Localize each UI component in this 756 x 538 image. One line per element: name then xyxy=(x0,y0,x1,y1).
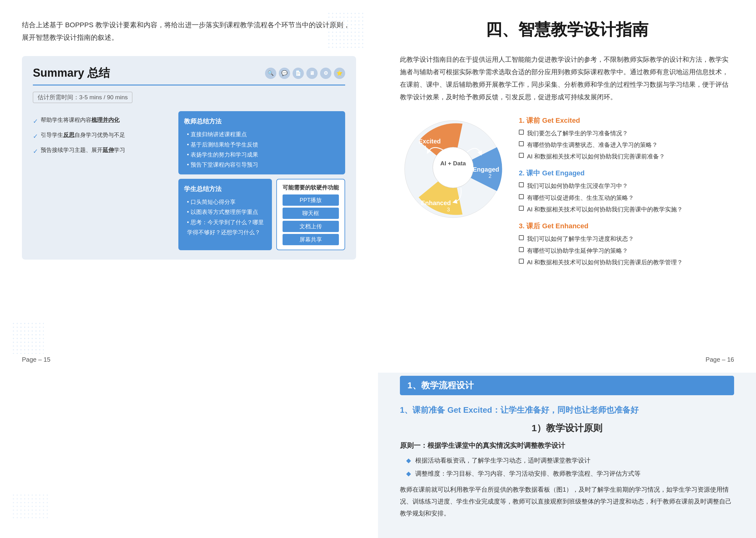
check-text-2: 引导学生反思自身学习优势与不足 xyxy=(41,129,125,140)
checkmark-1: ✓ xyxy=(33,115,38,128)
summary-icons: 🔍 💬 📄 🖥 ⚙ ⭐ xyxy=(265,68,345,79)
legend-item-1-3: AI 和数据相关技术可以如何协助我们完善课前准备？ xyxy=(519,152,734,162)
section-header: 1、教学流程设计 xyxy=(400,376,734,395)
student-item-3: 思考：今天学到了什么？哪里学得不够好？还想学习什么？ xyxy=(187,217,266,238)
icon-doc: 📄 xyxy=(293,68,304,79)
checkbox-1-3 xyxy=(519,153,524,158)
legend-text-2-3: AI 和数据相关技术可以如何协助我们完善课中的教学实施？ xyxy=(527,204,683,215)
checkbox-3-2 xyxy=(519,247,524,252)
legend-item-1-1: 我们要怎么了解学生的学习准备情况？ xyxy=(519,129,734,138)
teacher-item-4: 预告下堂课程内容引导预习 xyxy=(187,160,340,170)
legend-item-3-1: 我们可以如何了解学生学习进度和状态？ xyxy=(519,234,734,244)
svg-rect-3 xyxy=(13,323,44,354)
diagram-svg: Excited 1 Engaged 2 Enhanced 3 AI + Data xyxy=(400,116,506,222)
subsection-label: 1、课前准备 Get Excited：让学生准备好，同时也让老师也准备好 xyxy=(400,405,638,415)
right-intro-text: 此教学设计指南目的在于提供运用人工智能能力促进教学设计的参考，不限制教师实际教学… xyxy=(400,53,734,103)
svg-text:1: 1 xyxy=(424,145,427,151)
software-chat: 聊天框 xyxy=(283,208,339,219)
svg-text:Enhanced: Enhanced xyxy=(421,199,451,206)
legend-item-2-1: 我们可以如何协助学生沉浸在学习中？ xyxy=(519,181,734,191)
checkbox-1-2 xyxy=(519,141,524,146)
legend-text-1-3: AI 和数据相关技术可以如何协助我们完善课前准备？ xyxy=(527,152,665,162)
icon-search: 🔍 xyxy=(265,68,276,79)
teacher-method-box: 教师总结方法 直接归纳讲述课程重点 基于后测结果给予学生反馈 表扬学生的努力和学… xyxy=(178,111,345,175)
legend-section-3: 3. 课后 Get Enhanced 我们可以如何了解学生学习进度和状态？ 有哪… xyxy=(519,221,734,267)
legend-text-2-2: 有哪些可以促进师生、生生互动的策略？ xyxy=(527,193,634,203)
summary-box: Summary 总结 🔍 💬 📄 🖥 ⚙ ⭐ 估计所需时间：3-5 mins /… xyxy=(22,56,356,260)
svg-text:2: 2 xyxy=(489,173,491,179)
legend-title-2: 2. 课中 Get Engaged xyxy=(519,169,734,178)
summary-time: 估计所需时间：3-5 mins / 90 mins xyxy=(33,92,132,103)
page-number-16: Page – 16 xyxy=(706,356,734,363)
dot-pattern-bl xyxy=(13,494,50,519)
svg-point-5 xyxy=(433,147,473,188)
svg-rect-1 xyxy=(328,13,365,50)
principle-point-1-text: 根据活动看板资讯，了解学生学习动态，适时调整课堂教学设计 xyxy=(415,457,591,464)
diagram-section: Excited 1 Engaged 2 Enhanced 3 AI + Data xyxy=(400,116,734,275)
legend-item-3-3: AI 和数据相关技术可以如何协助我们完善课后的教学管理？ xyxy=(519,257,734,267)
checkbox-2-3 xyxy=(519,206,524,211)
subsection-title: 1、课前准备 Get Excited：让学生准备好，同时也让老师也准备好 xyxy=(400,404,734,415)
student-method-title: 学生总结方法 xyxy=(184,183,266,194)
principle-body-text: 教师在课前就可以利用教学平台所提供的教学数据看板（图1），及时了解学生前期的学习… xyxy=(400,484,734,519)
svg-text:Engaged: Engaged xyxy=(473,166,499,173)
icon-settings: ⚙ xyxy=(320,68,331,79)
page-15: 结合上述基于 BOPPPS 教学设计要素和内容，将给出进一步落实到课程教学流程各… xyxy=(0,0,378,373)
summary-content: ✓ 帮助学生将课程内容梳理并内化 ✓ 引导学生反思自身学习优势与不足 ✓ 预告接… xyxy=(33,111,345,250)
bottom-left xyxy=(0,373,378,538)
teacher-item-2: 基于后测结果给予学生反馈 xyxy=(187,140,340,150)
icon-star: ⭐ xyxy=(334,68,345,79)
checklist: ✓ 帮助学生将课程内容梳理并内化 ✓ 引导学生反思自身学习优势与不足 ✓ 预告接… xyxy=(33,114,172,157)
checkmark-2: ✓ xyxy=(33,130,38,142)
summary-left-panel: ✓ 帮助学生将课程内容梳理并内化 ✓ 引导学生反思自身学习优势与不足 ✓ 预告接… xyxy=(33,111,172,250)
checkbox-1-1 xyxy=(519,130,524,134)
principle-title-1: 原则一：根据学生课堂中的真实情况实时调整教学设计 xyxy=(400,441,734,450)
teacher-method-title: 教师总结方法 xyxy=(184,116,340,127)
checkbox-3-3 xyxy=(519,259,524,264)
checkbox-2-1 xyxy=(519,182,524,187)
legend-text-1-1: 我们要怎么了解学生的学习准备情况？ xyxy=(527,129,628,138)
right-panels: 教师总结方法 直接归纳讲述课程重点 基于后测结果给予学生反馈 表扬学生的努力和学… xyxy=(178,111,345,250)
check-item-2: ✓ 引导学生反思自身学习优势与不足 xyxy=(33,129,172,142)
bottom-right-section: 1、教学流程设计 1、课前准备 Get Excited：让学生准备好，同时也让老… xyxy=(378,373,756,538)
dot-pattern-bottom xyxy=(13,323,44,354)
legend-title-3: 3. 课后 Get Enhanced xyxy=(519,221,734,231)
check-text-1: 帮助学生将课程内容梳理并内化 xyxy=(41,114,119,126)
software-ppt: PPT播放 xyxy=(283,194,339,206)
student-item-2: 以图表等方式整理所学重点 xyxy=(187,207,266,217)
summary-title-text: Summary 总结 xyxy=(33,66,110,81)
software-screen: 屏幕共享 xyxy=(283,234,339,245)
icon-screen: 🖥 xyxy=(307,68,318,79)
right-page-title: 四、智慧教学设计指南 xyxy=(400,19,734,41)
left-intro-text: 结合上述基于 BOPPPS 教学设计要素和内容，将给出进一步落实到课程教学流程各… xyxy=(22,19,356,43)
legend-section-2: 2. 课中 Get Engaged 我们可以如何协助学生沉浸在学习中？ 有哪些可… xyxy=(519,169,734,215)
teacher-method-list: 直接归纳讲述课程重点 基于后测结果给予学生反馈 表扬学生的努力和学习成果 预告下… xyxy=(184,129,340,170)
software-doc: 文档上传 xyxy=(283,221,339,232)
principle-point-2-text: 调整维度：学习目标、学习内容、学习活动安排、教师教学流程、学习评估方式等 xyxy=(415,470,640,477)
check-item-3: ✓ 预告接续学习主题、展开延伸学习 xyxy=(33,144,172,157)
svg-text:AI + Data: AI + Data xyxy=(440,160,466,167)
svg-rect-14 xyxy=(13,494,50,519)
page-number-15: Page – 15 xyxy=(22,356,50,363)
student-item-1: 口头简短心得分享 xyxy=(187,197,266,207)
student-method-box: 学生总结方法 口头简短心得分享 以图表等方式整理所学重点 思考：今天学到了什么？… xyxy=(178,179,272,250)
page-16: 四、智慧教学设计指南 此教学设计指南目的在于提供运用人工智能能力促进教学设计的参… xyxy=(378,0,756,373)
legend-text-3-3: AI 和数据相关技术可以如何协助我们完善课后的教学管理？ xyxy=(527,257,683,267)
legend-item-3-2: 有哪些可以协助学生延伸学习的策略？ xyxy=(519,246,734,256)
teacher-item-1: 直接归纳讲述课程重点 xyxy=(187,129,340,139)
svg-text:3: 3 xyxy=(447,207,449,213)
checkbox-3-1 xyxy=(519,235,524,240)
diagram-legend: 1. 课前 Get Excited 我们要怎么了解学生的学习准备情况？ 有哪些协… xyxy=(519,116,734,275)
bottom-section: 1、教学流程设计 1、课前准备 Get Excited：让学生准备好，同时也让老… xyxy=(0,373,756,538)
icon-chat: 💬 xyxy=(279,68,290,79)
legend-title-1: 1. 课前 Get Excited xyxy=(519,116,734,125)
check-text-3: 预告接续学习主题、展开延伸学习 xyxy=(41,144,125,156)
legend-item-2-2: 有哪些可以促进师生、生生互动的策略？ xyxy=(519,193,734,203)
circle-diagram: Excited 1 Engaged 2 Enhanced 3 AI + Data xyxy=(400,116,506,222)
software-box: 可能需要的软硬件功能 PPT播放 聊天框 文档上传 屏幕共享 xyxy=(276,179,345,250)
legend-text-2-1: 我们可以如何协助学生沉浸在学习中？ xyxy=(527,181,628,191)
centered-subtitle: 1）教学设计原则 xyxy=(400,422,734,435)
legend-section-1: 1. 课前 Get Excited 我们要怎么了解学生的学习准备情况？ 有哪些协… xyxy=(519,116,734,162)
legend-text-3-2: 有哪些可以协助学生延伸学习的策略？ xyxy=(527,246,628,256)
software-title: 可能需要的软硬件功能 xyxy=(283,184,339,191)
